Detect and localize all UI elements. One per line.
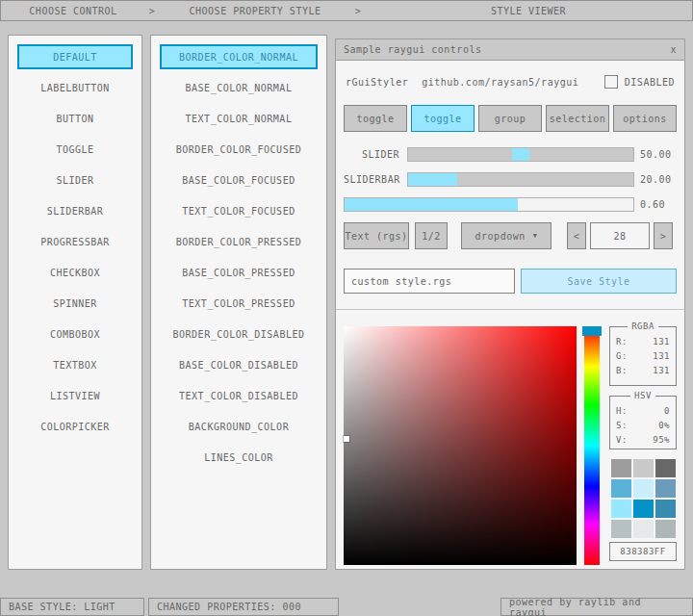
- sliderbar-fill: [408, 173, 457, 186]
- style-filename-input[interactable]: [344, 269, 515, 294]
- properties-list: BORDER_COLOR_NORMAL BASE_COLOR_NORMAL TE…: [150, 35, 327, 570]
- swatch[interactable]: [611, 520, 631, 538]
- rgba-row-g: G: 131: [616, 349, 670, 364]
- slider-handle[interactable]: [512, 148, 529, 161]
- toggle-button-1[interactable]: toggle: [344, 105, 407, 132]
- statusbar: BASE STYLE: LIGHT CHANGED PROPERTIES: 00…: [0, 598, 693, 616]
- slider-row: SLIDER 50.00: [344, 147, 677, 162]
- spinner-decrement-button[interactable]: <: [567, 222, 586, 249]
- status-changed-properties: CHANGED PROPERTIES: 000: [148, 598, 339, 616]
- property-item[interactable]: BACKGROUND_COLOR: [160, 414, 318, 439]
- progressbar-track: [344, 197, 634, 212]
- swatch[interactable]: [655, 500, 676, 518]
- property-item[interactable]: BORDER_COLOR_FOCUSED: [160, 137, 318, 162]
- swatch[interactable]: [633, 520, 654, 538]
- swatch[interactable]: [611, 479, 631, 498]
- progressbar-fill: [345, 198, 518, 211]
- toggle-button-group[interactable]: group: [478, 105, 542, 132]
- rgba-row-b: B: 131: [616, 364, 670, 378]
- property-item[interactable]: BORDER_COLOR_PRESSED: [160, 229, 318, 254]
- v-label: V:: [616, 433, 628, 448]
- control-item-button[interactable]: BUTTON: [17, 106, 133, 131]
- g-value: 131: [653, 349, 670, 364]
- slider-track[interactable]: [407, 147, 634, 162]
- save-style-button[interactable]: Save Style: [521, 269, 677, 294]
- property-item[interactable]: BASE_COLOR_DISABLED: [160, 352, 318, 377]
- swatch[interactable]: [633, 459, 654, 477]
- status-credits: powered by raylib and raygui: [500, 598, 693, 616]
- dropdown-select[interactable]: dropdown ▼: [461, 222, 552, 249]
- swatch[interactable]: [633, 500, 654, 518]
- control-item-slider[interactable]: SLIDER: [17, 167, 133, 192]
- property-item[interactable]: BASE_COLOR_PRESSED: [160, 260, 318, 285]
- property-item[interactable]: BORDER_COLOR_NORMAL: [160, 44, 318, 69]
- control-item-checkbox[interactable]: CHECKBOX: [17, 260, 133, 285]
- r-label: R:: [616, 335, 628, 349]
- controls-list: DEFAULT LABELBUTTON BUTTON TOGGLE SLIDER…: [8, 35, 142, 570]
- disabled-checkbox[interactable]: [604, 75, 618, 89]
- dropdown-label: dropdown: [475, 231, 526, 242]
- slider-value: 50.00: [634, 149, 677, 160]
- rguistyler-app: CHOOSE CONTROL > CHOOSE PROPERTY STYLE >…: [0, 0, 693, 616]
- property-item[interactable]: TEXT_COLOR_DISABLED: [160, 383, 318, 408]
- property-item[interactable]: TEXT_COLOR_NORMAL: [160, 106, 318, 131]
- buttons-row: Text (rgs) 1/2 dropdown ▼ < 28 >: [344, 222, 677, 249]
- hue-bar[interactable]: [584, 326, 600, 565]
- b-label: B:: [616, 364, 628, 378]
- swatch[interactable]: [655, 520, 676, 538]
- color-saturation-value-panel[interactable]: [344, 326, 577, 565]
- control-item-colorpicker[interactable]: COLORPICKER: [17, 414, 133, 439]
- control-item-listview[interactable]: LISTVIEW: [17, 383, 133, 408]
- spinner-value-box[interactable]: 28: [590, 222, 650, 249]
- breadcrumb-choose-control: CHOOSE CONTROL: [1, 6, 145, 16]
- property-item[interactable]: BORDER_COLOR_DISABLED: [160, 321, 318, 346]
- h-value: 0: [664, 404, 670, 419]
- sliderbar-track[interactable]: [407, 172, 634, 187]
- disabled-checkbox-label: DISABLED: [625, 77, 675, 88]
- control-item-progressbar[interactable]: PROGRESSBAR: [17, 229, 133, 254]
- control-item-spinner[interactable]: SPINNER: [17, 291, 133, 316]
- swatch[interactable]: [633, 479, 654, 498]
- section-divider: [336, 309, 684, 310]
- property-item[interactable]: BASE_COLOR_NORMAL: [160, 75, 318, 100]
- control-item-default[interactable]: DEFAULT: [17, 44, 133, 69]
- property-item[interactable]: LINES_COLOR: [160, 445, 318, 470]
- style-color-swatches: [611, 459, 677, 538]
- toggle-button-options[interactable]: options: [613, 105, 677, 132]
- control-item-labelbutton[interactable]: LABELBUTTON: [17, 75, 133, 100]
- swatch[interactable]: [655, 479, 676, 498]
- s-value: 0%: [658, 419, 670, 433]
- spinner-increment-button[interactable]: >: [654, 222, 673, 249]
- hue-marker[interactable]: [582, 326, 602, 336]
- control-item-toggle[interactable]: TOGGLE: [17, 137, 133, 162]
- toggle-button-2[interactable]: toggle: [411, 105, 475, 132]
- control-item-sliderbar[interactable]: SLIDERBAR: [17, 198, 133, 223]
- property-item[interactable]: BASE_COLOR_FOCUSED: [160, 167, 318, 192]
- breadcrumb: CHOOSE CONTROL > CHOOSE PROPERTY STYLE >…: [0, 0, 693, 21]
- property-item[interactable]: TEXT_COLOR_FOCUSED: [160, 198, 318, 223]
- toggle-group: toggle toggle group selection options: [344, 105, 677, 132]
- s-label: S:: [616, 419, 628, 433]
- property-item[interactable]: TEXT_COLOR_PRESSED: [160, 291, 318, 316]
- b-value: 131: [653, 364, 670, 378]
- rgba-title: RGBA: [628, 321, 658, 331]
- window-titlebar: Sample raygui controls x: [336, 39, 684, 61]
- save-row: Save Style: [344, 269, 677, 294]
- toggle-button-selection[interactable]: selection: [546, 105, 609, 132]
- sliderbar-value: 20.00: [634, 174, 677, 185]
- chevron-right-icon: >: [145, 6, 159, 16]
- progressbar-value: 0.60: [634, 199, 677, 210]
- swatch[interactable]: [611, 500, 631, 518]
- text-rgs-button[interactable]: Text (rgs): [344, 222, 409, 249]
- rgba-row-r: R: 131: [616, 335, 670, 349]
- hex-color-value-box[interactable]: 838383FF: [609, 542, 677, 561]
- sliderbar-row: SLIDERBAR 20.00: [344, 172, 677, 187]
- control-item-textbox[interactable]: TEXTBOX: [17, 352, 133, 377]
- swatch[interactable]: [655, 459, 676, 477]
- control-item-combobox[interactable]: COMBOBOX: [17, 321, 133, 346]
- color-cursor[interactable]: [344, 436, 349, 442]
- close-icon[interactable]: x: [670, 44, 677, 55]
- dropdown-arrow-icon: ▼: [533, 232, 538, 240]
- swatch[interactable]: [611, 459, 631, 477]
- half-toggle-button[interactable]: 1/2: [415, 222, 448, 249]
